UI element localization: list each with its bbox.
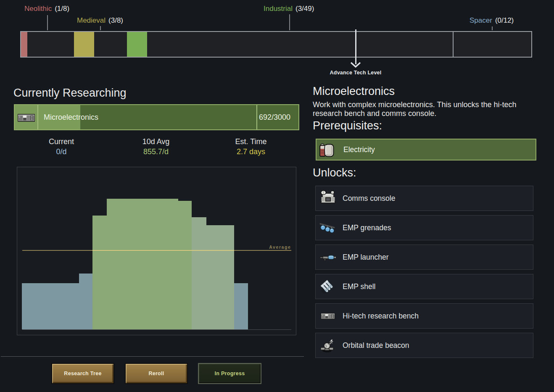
tech-level-tick bbox=[47, 15, 48, 30]
research-speed-chart: Average bbox=[17, 167, 296, 335]
tech-level-label-spacer: Spacer(0/12) bbox=[470, 16, 514, 25]
prerequisites-heading: Prerequisites: bbox=[313, 119, 382, 132]
stat-current: Current0/d bbox=[19, 137, 103, 156]
chart-average-line bbox=[22, 250, 92, 251]
stat-est-time: Est. Time2.7 days bbox=[209, 137, 293, 156]
unlock-orbital-trade-beacon[interactable]: Orbital trade beacon bbox=[315, 333, 533, 358]
bottom-divider bbox=[1, 356, 304, 357]
hi-tech-bench-icon bbox=[319, 313, 336, 319]
electricity-icon bbox=[319, 141, 334, 157]
tech-level-count: (3/49) bbox=[295, 5, 314, 13]
advance-tech-level-label: Advance Tech Level bbox=[330, 70, 382, 76]
prerequisite-label: Electricity bbox=[343, 145, 375, 154]
emp-grenades-icon bbox=[319, 222, 335, 234]
research-project-name: Microelectronics bbox=[44, 105, 98, 129]
stat-value: 855.7/d bbox=[114, 147, 198, 156]
chart-bar bbox=[22, 283, 79, 329]
chart-bar bbox=[178, 201, 192, 329]
currently-researching-heading: Currently Researching bbox=[13, 87, 127, 100]
unlock-comms-console[interactable]: Comms console bbox=[315, 186, 533, 211]
button-research-tree[interactable]: Research Tree bbox=[51, 363, 114, 384]
tech-level-label-medieval: Medieval(3/8) bbox=[77, 16, 123, 25]
chart-bar bbox=[79, 274, 92, 329]
tech-level-tick bbox=[100, 26, 101, 30]
chart-average-line bbox=[92, 250, 234, 251]
research-progress-screen: Neolithic(1/8)Medieval(3/8)Industrial(3/… bbox=[0, 0, 554, 392]
stat-value: 2.7 days bbox=[209, 147, 293, 156]
tech-level-label-neolithic: Neolithic(1/8) bbox=[24, 5, 69, 13]
tech-bar-divider bbox=[453, 32, 454, 57]
tech-level-tick bbox=[492, 26, 493, 30]
tech-level-tick bbox=[289, 14, 290, 30]
emp-launcher-icon bbox=[319, 254, 337, 261]
tech-level-bar bbox=[20, 31, 532, 58]
tech-level-label-industrial: Industrial(3/49) bbox=[264, 5, 314, 13]
neolithic-marker bbox=[21, 32, 27, 57]
tech-level-name: Medieval bbox=[77, 16, 106, 24]
stat-label: Est. Time bbox=[209, 137, 293, 146]
hi-tech-research-bench-icon bbox=[18, 114, 35, 122]
stat-10d-avg: 10d Avg855.7/d bbox=[114, 137, 198, 156]
chart-average-line bbox=[234, 250, 291, 251]
stat-label: Current bbox=[19, 137, 103, 146]
industrial-marker bbox=[127, 32, 147, 57]
unlock-hi-tech-research-bench[interactable]: Hi-tech research bench bbox=[315, 303, 533, 329]
unlock-label: EMP shell bbox=[343, 274, 375, 299]
tech-level-name: Industrial bbox=[264, 5, 293, 13]
tech-level-name: Neolithic bbox=[24, 5, 52, 13]
chart-x-axis bbox=[22, 329, 291, 330]
stat-value: 0/d bbox=[19, 147, 103, 156]
chart-bar bbox=[92, 216, 107, 329]
prerequisite-electricity[interactable]: Electricity bbox=[316, 139, 536, 160]
emp-shell-icon bbox=[319, 279, 335, 295]
chart-bar bbox=[206, 225, 234, 329]
medieval-marker bbox=[74, 32, 94, 57]
chart-bar bbox=[234, 283, 248, 329]
unlock-label: Hi-tech research bench bbox=[343, 304, 419, 328]
unlock-emp-shell[interactable]: EMP shell bbox=[315, 274, 533, 299]
advance-tech-arrow-head bbox=[350, 62, 361, 68]
chart-bar bbox=[107, 199, 178, 329]
orbital-beacon-icon bbox=[319, 337, 335, 353]
research-progress-count: 692/3000 bbox=[259, 105, 290, 129]
selected-research-title: Microelectronics bbox=[313, 85, 395, 98]
unlocks-heading: Unlocks: bbox=[313, 166, 356, 179]
unlock-label: EMP grenades bbox=[343, 216, 391, 240]
unlock-emp-launcher[interactable]: EMP launcher bbox=[315, 245, 533, 270]
unlock-label: Orbital trade beacon bbox=[343, 333, 409, 358]
comms-console-icon bbox=[319, 190, 337, 205]
current-research-progressbar[interactable]: Microelectronics 692/3000 bbox=[14, 104, 299, 130]
stat-label: 10d Avg bbox=[114, 137, 198, 146]
selected-research-description: Work with complex microelectronics. This… bbox=[313, 100, 524, 118]
unlock-label: EMP launcher bbox=[343, 245, 389, 269]
button-in-progress[interactable]: In Progress bbox=[198, 363, 261, 384]
tech-level-count: (0/12) bbox=[495, 16, 514, 24]
tech-level-count: (1/8) bbox=[55, 5, 69, 13]
chart-bar bbox=[192, 217, 206, 329]
progressbar-separator bbox=[256, 105, 257, 129]
progressbar-separator bbox=[37, 105, 38, 129]
chart-average-label: Average bbox=[269, 245, 291, 250]
tech-level-count: (3/8) bbox=[108, 16, 123, 24]
unlock-label: Comms console bbox=[343, 186, 395, 210]
tech-level-name: Spacer bbox=[470, 16, 492, 24]
button-reroll[interactable]: Reroll bbox=[125, 363, 188, 384]
unlock-emp-grenades[interactable]: EMP grenades bbox=[315, 215, 533, 240]
